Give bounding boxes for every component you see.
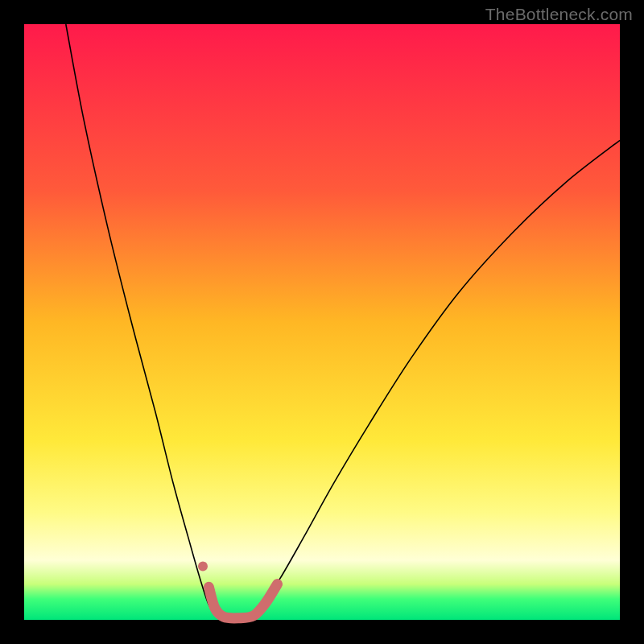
bottleneck-curve: [66, 24, 620, 620]
plot-area: [24, 24, 620, 620]
highlight-segment: [208, 584, 277, 618]
curve-layer: [24, 24, 620, 620]
highlight-dot: [198, 561, 208, 571]
watermark-text: TheBottleneck.com: [485, 5, 633, 24]
chart-stage: TheBottleneck.com: [0, 0, 644, 644]
